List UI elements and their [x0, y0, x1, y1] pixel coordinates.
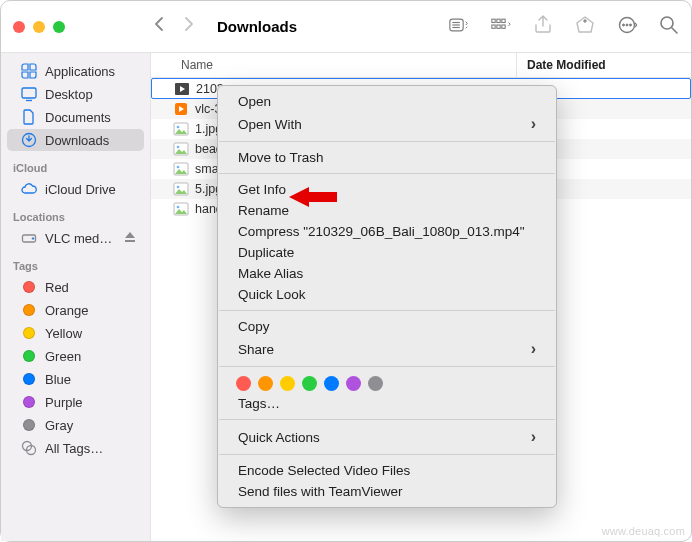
- tag-color-button[interactable]: [324, 376, 339, 391]
- close-window-button[interactable]: [13, 21, 25, 33]
- tag-color-button[interactable]: [258, 376, 273, 391]
- sidebar-item-yellow[interactable]: Yellow: [7, 322, 144, 344]
- svg-point-21: [32, 238, 34, 240]
- tag-color-button[interactable]: [280, 376, 295, 391]
- tag-dot-icon: [21, 394, 37, 410]
- sidebar-item-orange[interactable]: Orange: [7, 299, 144, 321]
- sidebar-item-vlc-med-[interactable]: VLC med…: [7, 227, 144, 249]
- minimize-window-button[interactable]: [33, 21, 45, 33]
- column-header-name[interactable]: Name: [151, 53, 516, 77]
- sidebar-item-desktop[interactable]: Desktop: [7, 83, 144, 105]
- sidebar-item-gray[interactable]: Gray: [7, 414, 144, 436]
- cloud-icon: [21, 181, 37, 197]
- menu-send-teamviewer[interactable]: Send files with TeamViewer: [218, 481, 556, 502]
- titlebar: Downloads: [1, 1, 691, 53]
- eject-icon[interactable]: [124, 231, 136, 246]
- context-menu: Open Open With› Move to Trash Get Info R…: [217, 85, 557, 508]
- more-button[interactable]: [617, 15, 637, 39]
- svg-rect-17: [22, 88, 36, 98]
- downloads-icon: [21, 132, 37, 148]
- menu-separator: [219, 173, 555, 174]
- menu-compress[interactable]: Compress "210329_06B_Bali_1080p_013.mp4": [218, 221, 556, 242]
- search-button[interactable]: [659, 15, 679, 39]
- tag-color-button[interactable]: [302, 376, 317, 391]
- group-by-button[interactable]: [491, 15, 511, 39]
- menu-separator: [219, 454, 555, 455]
- menu-tags[interactable]: Tags…: [218, 393, 556, 414]
- image-file-icon: [173, 122, 189, 136]
- menu-quick-look[interactable]: Quick Look: [218, 284, 556, 305]
- sidebar-item-label: VLC med…: [45, 231, 112, 246]
- chevron-right-icon: ›: [531, 340, 536, 358]
- svg-point-31: [177, 146, 180, 149]
- menu-open[interactable]: Open: [218, 91, 556, 112]
- video-file-icon: [174, 82, 190, 96]
- watermark: www.deuaq.com: [602, 525, 685, 537]
- svg-rect-5: [497, 19, 500, 22]
- sidebar-item-icloud-drive[interactable]: iCloud Drive: [7, 178, 144, 200]
- sidebar-item-red[interactable]: Red: [7, 276, 144, 298]
- menu-make-alias[interactable]: Make Alias: [218, 263, 556, 284]
- sidebar-group-tags: Tags: [1, 250, 150, 275]
- sidebar-item-green[interactable]: Green: [7, 345, 144, 367]
- tag-dot-icon: [21, 348, 37, 364]
- menu-duplicate[interactable]: Duplicate: [218, 242, 556, 263]
- image-file-icon: [173, 202, 189, 216]
- tag-dot-icon: [21, 279, 37, 295]
- svg-rect-6: [502, 19, 505, 22]
- tag-color-button[interactable]: [236, 376, 251, 391]
- back-button[interactable]: [153, 16, 165, 37]
- share-button[interactable]: [533, 15, 553, 39]
- list-header: Name Date Modified: [151, 53, 691, 78]
- sidebar-item-documents[interactable]: Documents: [7, 106, 144, 128]
- sidebar-item-purple[interactable]: Purple: [7, 391, 144, 413]
- menu-move-to-trash[interactable]: Move to Trash: [218, 147, 556, 168]
- sidebar-item-label: Desktop: [45, 87, 93, 102]
- menu-get-info[interactable]: Get Info: [218, 179, 556, 200]
- tag-dot-icon: [21, 417, 37, 433]
- menu-share[interactable]: Share›: [218, 337, 556, 361]
- sidebar-item-label: Purple: [45, 395, 83, 410]
- image-file-icon: [173, 182, 189, 196]
- tag-color-button[interactable]: [346, 376, 361, 391]
- menu-separator: [219, 141, 555, 142]
- tag-color-button[interactable]: [368, 376, 383, 391]
- finder-window: Downloads ApplicationsDeskto: [0, 0, 692, 542]
- view-list-button[interactable]: [449, 15, 469, 39]
- menu-quick-actions[interactable]: Quick Actions›: [218, 425, 556, 449]
- menu-open-with[interactable]: Open With›: [218, 112, 556, 136]
- svg-point-33: [177, 166, 180, 169]
- sidebar-item-label: Green: [45, 349, 81, 364]
- all-tags-icon: [21, 440, 37, 456]
- svg-point-37: [177, 206, 180, 209]
- image-file-icon: [173, 162, 189, 176]
- forward-button[interactable]: [183, 16, 195, 37]
- apps-icon: [21, 63, 37, 79]
- menu-separator: [219, 419, 555, 420]
- nav-arrows: [153, 16, 195, 37]
- svg-point-35: [177, 186, 180, 189]
- tags-button[interactable]: [575, 15, 595, 39]
- app-file-icon: [173, 102, 189, 116]
- sidebar-item-applications[interactable]: Applications: [7, 60, 144, 82]
- sidebar-item-label: All Tags…: [45, 441, 103, 456]
- chevron-right-icon: ›: [531, 428, 536, 446]
- sidebar: ApplicationsDesktopDocumentsDownloads iC…: [1, 53, 151, 541]
- desktop-icon: [21, 86, 37, 102]
- svg-point-15: [661, 17, 673, 29]
- documents-icon: [21, 109, 37, 125]
- tag-dot-icon: [21, 302, 37, 318]
- sidebar-item-blue[interactable]: Blue: [7, 368, 144, 390]
- file-name: sma: [195, 162, 219, 176]
- menu-encode-video[interactable]: Encode Selected Video Files: [218, 460, 556, 481]
- svg-rect-4: [492, 19, 495, 22]
- sidebar-item-label: Applications: [45, 64, 115, 79]
- sidebar-item-downloads[interactable]: Downloads: [7, 129, 144, 151]
- menu-tag-colors: [218, 372, 556, 393]
- menu-rename[interactable]: Rename: [218, 200, 556, 221]
- zoom-window-button[interactable]: [53, 21, 65, 33]
- sidebar-item-all-tags[interactable]: All Tags…: [7, 437, 144, 459]
- menu-copy[interactable]: Copy: [218, 316, 556, 337]
- column-header-date[interactable]: Date Modified: [516, 53, 691, 77]
- toolbar: [449, 15, 679, 39]
